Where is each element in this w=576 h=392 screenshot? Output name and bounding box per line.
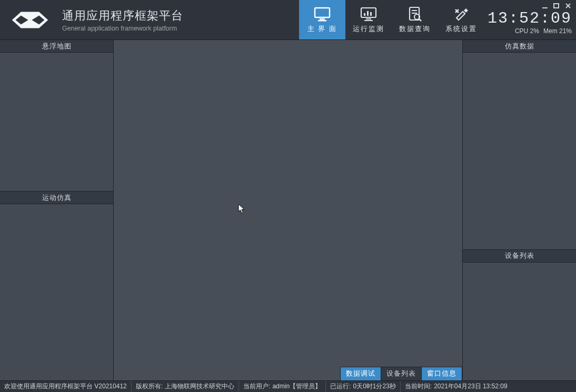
status-time-value: 2021年04月23日 13:52:09 [434,382,507,391]
header-right: 13:52:09 CPU 2% Mem 21% [484,0,576,39]
nav-system-settings[interactable]: 系统设置 [438,0,484,39]
nav-label: 数据查询 [399,24,431,34]
status-time: 当前时间: 2021年04月23日 13:52:09 [401,381,512,392]
status-runtime-label: 已运行: [330,382,351,391]
search-doc-icon [406,6,424,22]
nav-main-interface[interactable]: 主 界 面 [299,0,345,39]
status-bar: 欢迎使用通用应用程序框架平台 V20210412 版权所有: 上海物联网技术研究… [0,380,576,392]
left-column: 悬浮地图 运动仿真 [0,40,114,380]
monitor-icon [313,6,331,22]
tab-window-info[interactable]: 窗口信息 [422,367,462,380]
panel-float-map: 悬浮地图 [0,40,113,191]
status-user: 当前用户: admin【管理员】 [239,381,326,392]
app-title-en: General application framework platform [62,25,183,32]
svg-rect-0 [315,8,330,17]
panel-header[interactable]: 悬浮地图 [0,40,113,53]
mem-stat: Mem 21% [543,27,572,35]
main-area: 悬浮地图 运动仿真 数据调试 设备列表 窗口信息 仿真数据 设备列表 [0,40,576,380]
svg-rect-15 [554,4,559,8]
cpu-stat: CPU 2% [515,27,539,35]
status-copyright-label: 版权所有: [136,382,163,391]
tab-device-list[interactable]: 设备列表 [381,367,422,380]
svg-rect-6 [370,12,372,16]
system-stats: CPU 2% Mem 21% [515,27,572,35]
status-copyright: 版权所有: 上海物联网技术研究中心 [132,381,239,392]
panel-body [463,53,576,249]
maximize-button[interactable] [553,2,560,9]
app-title-cn: 通用应用程序框架平台 [62,8,183,24]
status-runtime: 已运行: 0天0时1分23秒 [326,381,401,392]
chart-icon [360,6,378,22]
floating-tabs: 数据调试 设备列表 窗口信息 [340,367,462,380]
status-welcome: 欢迎使用通用应用程序框架平台 V20210412 [0,381,132,392]
right-column: 仿真数据 设备列表 [462,40,576,380]
svg-rect-4 [364,13,365,16]
panel-header[interactable]: 设备列表 [463,250,576,263]
nav-label: 系统设置 [445,24,477,34]
panel-motion-sim: 运动仿真 [0,191,113,380]
logo [0,7,53,33]
nav-run-monitor[interactable]: 运行监测 [345,0,392,39]
status-runtime-value: 0天0时1分23秒 [353,382,395,391]
close-button[interactable] [564,2,572,9]
minimize-button[interactable] [541,2,549,9]
panel-header[interactable]: 运动仿真 [0,192,113,204]
center-canvas: 数据调试 设备列表 窗口信息 [114,40,462,380]
clock-display: 13:52:09 [488,11,572,26]
tab-data-debug[interactable]: 数据调试 [340,367,381,380]
panel-device-list: 设备列表 [463,249,576,380]
status-copyright-value: 上海物联网技术研究中心 [165,382,234,391]
panel-body [463,263,576,380]
tools-icon [452,6,470,22]
status-user-value: admin【管理员】 [272,382,321,391]
main-nav: 主 界 面 运行监测 数据查询 系统设置 [299,0,484,39]
svg-rect-7 [366,18,371,19]
panel-sim-data: 仿真数据 [463,40,576,249]
nav-label: 运行监测 [353,24,384,34]
svg-rect-14 [542,7,548,8]
app-title: 通用应用程序框架平台 General application framework… [62,8,183,32]
panel-body [0,204,113,380]
svg-rect-1 [320,18,325,20]
nav-label: 主 界 面 [307,24,337,34]
app-header: 通用应用程序框架平台 General application framework… [0,0,576,40]
panel-body [0,53,113,191]
panel-header[interactable]: 仿真数据 [463,40,576,53]
infinity-logo-icon [7,7,53,33]
nav-data-query[interactable]: 数据查询 [392,0,438,39]
status-user-label: 当前用户: [243,382,270,391]
svg-rect-5 [367,11,369,16]
window-controls [541,2,572,9]
svg-rect-8 [364,20,373,21]
status-time-label: 当前时间: [405,382,432,391]
svg-rect-2 [318,20,326,22]
svg-line-13 [419,19,421,21]
